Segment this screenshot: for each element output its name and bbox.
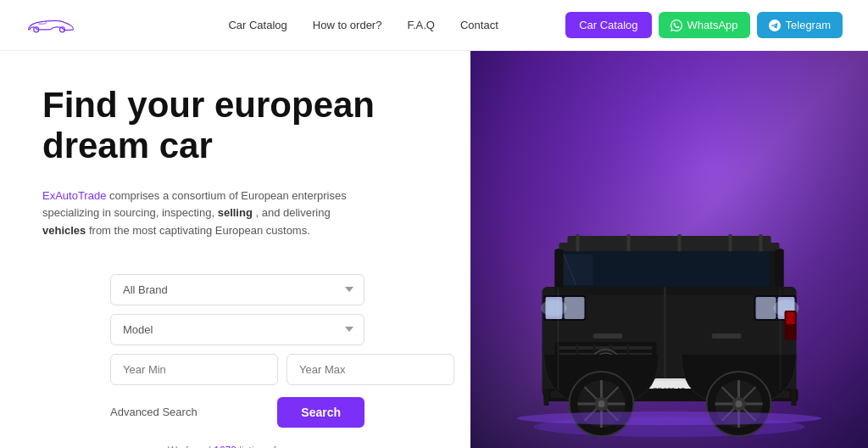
svg-rect-19 (712, 333, 742, 339)
nav-how-to-order[interactable]: How to order? (313, 19, 382, 31)
car-image-container: B BF 123 AB (470, 193, 868, 448)
nav-car-catalog[interactable]: Car Catalog (228, 19, 287, 31)
search-form: All Brand BMW Mercedes Audi Porsche Volk… (110, 274, 364, 448)
telegram-icon (769, 20, 781, 31)
svg-rect-65 (558, 288, 559, 390)
svg-rect-6 (568, 236, 771, 244)
svg-marker-16 (776, 249, 784, 287)
svg-rect-68 (787, 312, 795, 324)
svg-rect-11 (760, 234, 763, 253)
whatsapp-icon (670, 20, 682, 31)
whatsapp-button[interactable]: WhatsApp (659, 12, 750, 38)
svg-point-69 (517, 412, 822, 425)
result-count[interactable]: 1678 (214, 445, 236, 448)
header-buttons: Car Catalog WhatsApp Telegram (565, 12, 843, 38)
telegram-button[interactable]: Telegram (757, 12, 843, 38)
year-row (110, 354, 364, 385)
header: Car Catalog How to order? F.A.Q Contact … (0, 0, 868, 51)
result-count-text: We found 1678 listings for you. (110, 445, 364, 448)
svg-rect-10 (729, 234, 732, 253)
svg-marker-15 (555, 249, 564, 287)
svg-rect-18 (593, 333, 623, 339)
nav-faq[interactable]: F.A.Q (407, 19, 435, 31)
svg-rect-39 (756, 297, 776, 319)
logo[interactable] (25, 13, 76, 38)
year-min-input[interactable] (110, 354, 278, 385)
brand-select[interactable]: All Brand BMW Mercedes Audi Porsche Volk… (110, 274, 364, 305)
search-button[interactable]: Search (277, 397, 364, 428)
hero-description: ExAutoTrade comprises a consortium of Eu… (42, 188, 356, 240)
svg-marker-13 (564, 255, 593, 285)
svg-rect-9 (678, 234, 682, 253)
main-content: Find your european dream car ExAutoTrade… (0, 51, 868, 448)
nav-contact[interactable]: Contact (460, 19, 498, 31)
svg-point-56 (598, 400, 605, 407)
hero-left-panel: Find your european dream car ExAutoTrade… (0, 51, 470, 448)
year-max-input[interactable] (287, 354, 454, 385)
catalog-button[interactable]: Car Catalog (565, 12, 651, 38)
svg-rect-48 (792, 389, 797, 406)
model-select[interactable]: Model (110, 314, 364, 345)
svg-rect-35 (565, 297, 585, 319)
logo-icon (25, 13, 76, 38)
advanced-search-button[interactable]: Advanced Search (110, 406, 198, 418)
svg-rect-47 (544, 389, 549, 406)
svg-rect-7 (576, 234, 580, 253)
svg-point-64 (736, 400, 743, 407)
svg-point-36 (542, 300, 567, 316)
main-nav: Car Catalog How to order? F.A.Q Contact (228, 19, 498, 31)
svg-rect-8 (627, 234, 631, 253)
hero-image-panel: B BF 123 AB (470, 51, 868, 448)
car-svg: B BF 123 AB (509, 185, 831, 440)
search-action-row: Advanced Search Search (110, 397, 364, 428)
svg-rect-66 (780, 288, 782, 390)
hero-headline: Find your european dream car (42, 85, 437, 167)
